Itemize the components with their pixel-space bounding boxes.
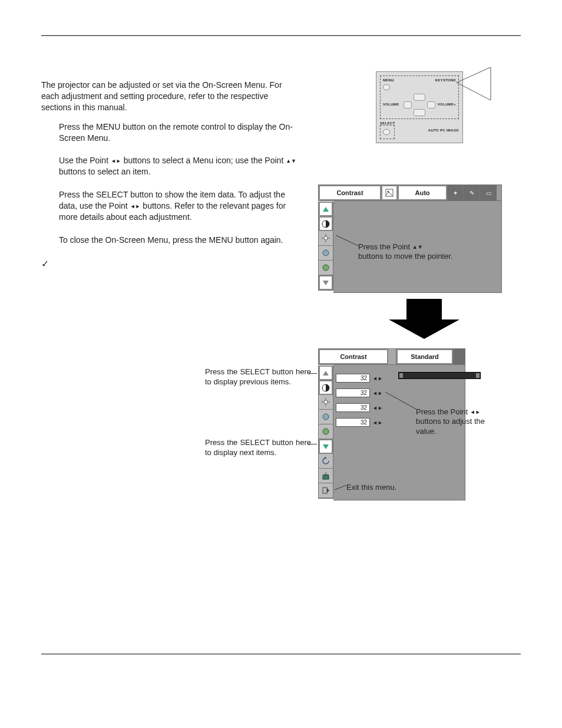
svg-point-3	[324, 236, 328, 240]
svg-point-18	[323, 414, 329, 420]
intro-text: The projector can be adjusted or set via…	[41, 80, 300, 113]
menu-label: MENU	[383, 78, 394, 82]
value-1: 32	[336, 374, 370, 383]
exit-icon	[319, 483, 333, 498]
scroll-down-icon	[319, 439, 333, 454]
value-4: 32	[336, 418, 370, 427]
step-3: Press the SELECT button to show the item…	[59, 189, 300, 223]
next-items-callout: Press the SELECT button here to display …	[205, 438, 311, 458]
color-temp-icon	[319, 410, 333, 424]
osd2-side-icons	[318, 365, 333, 499]
adjust-note: Press the Point ◄► buttons to adjust the…	[416, 407, 498, 436]
left-right-icon: ◄►	[130, 203, 141, 209]
tint-icon	[319, 424, 333, 439]
svg-line-22	[385, 392, 417, 410]
svg-point-13	[324, 400, 328, 404]
reset-icon	[319, 454, 333, 469]
osd1-title: Contrast	[319, 185, 381, 200]
svg-rect-21	[323, 487, 327, 493]
remote-panel-illustration: MENU KEYSTONE VOLUME VOLUME+	[376, 71, 463, 143]
svg-point-8	[323, 250, 329, 256]
volume-plus-label: VOLUME+	[436, 103, 456, 106]
menubar-image-icon	[381, 185, 398, 200]
scroll-up-icon	[319, 202, 333, 216]
osd1-mode: Auto	[398, 185, 447, 200]
flow-arrow-icon	[383, 299, 465, 342]
svg-rect-11	[406, 299, 442, 319]
value-2: 32	[336, 388, 370, 397]
contrast-icon	[319, 380, 333, 395]
menubar-icon-b: ✎	[464, 185, 480, 200]
note-checkmark: ✓	[41, 258, 300, 271]
osd1-pointer-note: Press the Point ▲▼ buttons to move the p…	[358, 242, 452, 262]
contrast-icon	[319, 216, 333, 231]
menubar-icon-a: ✦	[447, 185, 464, 200]
osd1-side-icons	[318, 202, 333, 291]
slider-bar	[398, 372, 481, 379]
svg-point-19	[323, 429, 329, 434]
step-4: To close the On-Screen Menu, press the M…	[59, 235, 300, 246]
volume-label: VOLUME	[383, 103, 403, 106]
color-temp-icon	[319, 246, 333, 261]
value-3: 32	[336, 403, 370, 412]
tint-icon	[319, 261, 333, 275]
step-2: Use the Point ◄► buttons to select a Men…	[59, 155, 300, 177]
autopc-label: AUTO PC IMAGE	[428, 129, 459, 132]
dpad	[404, 94, 435, 116]
exit-note: Exit this menu.	[346, 483, 396, 492]
select-button	[383, 129, 390, 135]
osd2-title: Contrast	[319, 349, 388, 364]
osd-menu-2: Press the SELECT button here to display …	[318, 348, 465, 500]
menubar-icon-c: ▭	[480, 185, 497, 200]
brightness-icon	[319, 395, 333, 410]
scroll-up-icon	[319, 365, 333, 380]
menu-button	[383, 84, 390, 90]
step-1: Press the MENU button on the remote cont…	[59, 121, 300, 144]
prev-items-callout: Press the SELECT button here to display …	[205, 367, 311, 387]
up-down-icon: ▲▼	[286, 158, 296, 164]
svg-line-10	[336, 235, 358, 246]
brightness-icon	[319, 231, 333, 246]
left-right-icon: ◄►	[372, 375, 383, 381]
osd2-mode: Standard	[396, 349, 453, 364]
svg-line-23	[335, 485, 346, 490]
left-right-icon: ◄►	[111, 158, 121, 164]
scroll-down-icon	[319, 275, 333, 290]
osd-menu-1: Contrast Auto ✦ ✎ ▭	[318, 185, 502, 293]
svg-point-9	[323, 265, 329, 271]
keystone-label: KEYSTONE	[435, 78, 456, 82]
store-icon	[319, 469, 333, 483]
